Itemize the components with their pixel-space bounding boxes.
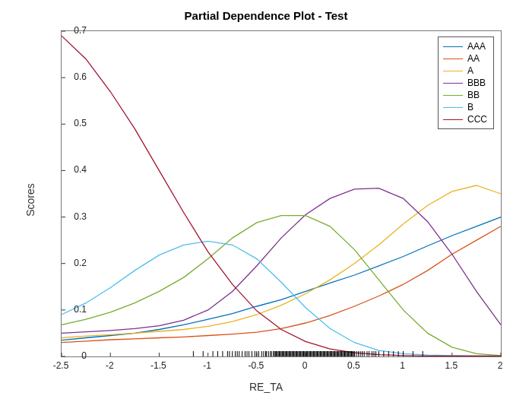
series-AAA — [62, 217, 501, 340]
x-tick-label: 0.5 — [347, 360, 360, 371]
y-tick-label: 0.7 — [56, 25, 87, 36]
series-BBB — [62, 188, 501, 334]
series-BB — [62, 216, 501, 356]
legend-label: AAA — [467, 41, 486, 52]
y-tick-label: 0.5 — [56, 118, 87, 128]
plot-area — [61, 30, 502, 357]
x-tick-label: -0.5 — [249, 360, 264, 371]
x-tick-label: -1.5 — [150, 360, 166, 371]
legend-item-BB: BB — [443, 89, 487, 101]
x-tick-label: 1.5 — [445, 360, 458, 371]
chart-svg — [62, 31, 501, 356]
series-CCC — [62, 36, 501, 356]
legend-item-AAA: AAA — [443, 40, 487, 52]
legend-label: AA — [467, 53, 480, 64]
y-tick-label: 0.1 — [56, 304, 87, 315]
legend-label: B — [467, 102, 473, 112]
series-lines — [62, 36, 501, 356]
legend: AAAAAABBBBBBCCC — [438, 36, 494, 129]
legend-label: BBB — [467, 78, 486, 88]
figure: Partial Dependence Plot - Test Scores RE… — [0, 0, 532, 399]
legend-swatch — [443, 107, 463, 108]
y-axis-label: Scores — [24, 183, 36, 217]
x-tick-label: -1 — [203, 360, 211, 371]
chart-title: Partial Dependence Plot - Test — [0, 9, 532, 22]
legend-swatch — [443, 83, 463, 84]
legend-label: BB — [467, 90, 480, 100]
y-tick-label: 0 — [56, 350, 87, 361]
y-tick-label: 0.4 — [56, 164, 87, 175]
legend-item-A: A — [443, 65, 487, 77]
legend-swatch — [443, 71, 463, 71]
x-tick-label: 2 — [498, 360, 503, 371]
legend-swatch — [443, 119, 463, 120]
y-tick-label: 0.2 — [56, 258, 87, 268]
x-axis-label: RE_TA — [0, 381, 532, 393]
legend-item-BBB: BBB — [443, 77, 487, 89]
legend-label: A — [467, 65, 473, 76]
series-A — [62, 185, 501, 338]
legend-swatch — [443, 46, 463, 47]
x-tick-label: -2 — [106, 360, 114, 371]
legend-swatch — [443, 59, 463, 59]
legend-item-CCC: CCC — [443, 113, 487, 125]
legend-item-AA: AA — [443, 52, 487, 65]
y-tick-label: 0.3 — [56, 211, 87, 222]
x-tick-label: 1 — [400, 360, 405, 371]
y-tick-label: 0.6 — [56, 71, 87, 82]
x-tick-label: 0 — [302, 360, 308, 371]
x-tick-label: -2.5 — [53, 360, 69, 371]
legend-item-B: B — [443, 101, 487, 113]
series-AA — [62, 226, 501, 343]
tick-marks — [62, 31, 501, 356]
legend-label: CCC — [467, 114, 487, 125]
legend-swatch — [443, 95, 463, 96]
rug-marks — [193, 351, 423, 356]
